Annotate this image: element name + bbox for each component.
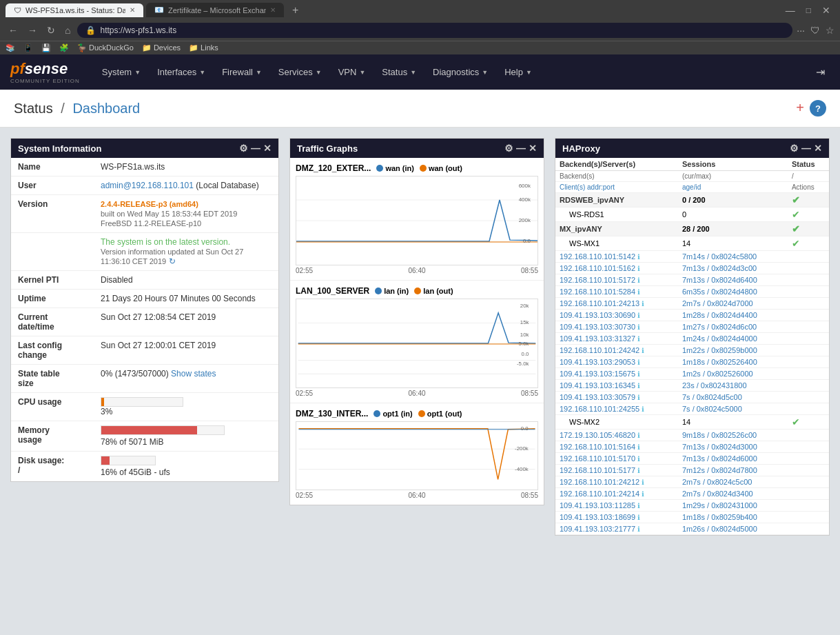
client-age-21: 1m29s / 0x802431000 xyxy=(678,500,788,512)
client-addr-7[interactable]: 109.41.193.103:30730 ℹ xyxy=(555,321,678,333)
new-tab-button[interactable]: + xyxy=(287,4,304,17)
table-row: Name WS-PFS1a.ws.its xyxy=(11,158,278,177)
help-button[interactable]: ? xyxy=(810,100,826,117)
sub-slash: / xyxy=(788,171,829,182)
forward-button[interactable]: → xyxy=(25,23,40,37)
client-addr-14[interactable]: 192.168.110.101:24255 ℹ xyxy=(555,403,678,415)
client-addr-5[interactable]: 192.168.110.101:24213 ℹ xyxy=(555,298,678,310)
client-addr-6[interactable]: 109.41.193.103:30690 ℹ xyxy=(555,310,678,321)
traffic-close-icon[interactable]: ✕ xyxy=(529,143,537,154)
client-addr-15[interactable]: 172.19.130.105:46820 ℹ xyxy=(555,430,678,441)
client-addr-9[interactable]: 192.168.110.101:24242 ℹ xyxy=(555,345,678,356)
client-addr-16[interactable]: 192.168.110.101:5164 ℹ xyxy=(555,441,678,453)
nav-interfaces[interactable]: Interfaces ▼ xyxy=(149,54,214,90)
info-icon-3[interactable]: ℹ xyxy=(637,276,640,284)
page-header: Status / Dashboard + ? xyxy=(0,90,840,128)
more-tools-icon[interactable]: ··· xyxy=(797,25,805,36)
client-addr-20[interactable]: 192.168.110.101:24214 ℹ xyxy=(555,488,678,500)
nav-firewall[interactable]: Firewall ▼ xyxy=(214,54,270,90)
traffic-settings-icon[interactable]: ⚙ xyxy=(504,143,513,154)
info-icon-5[interactable]: ℹ xyxy=(642,300,644,308)
client-addr-10[interactable]: 109.41.193.103:29053 ℹ xyxy=(555,356,678,368)
info-icon-13[interactable]: ℹ xyxy=(637,394,640,401)
info-icon-2[interactable]: ℹ xyxy=(637,265,640,272)
browser-tab-active[interactable]: 🛡 WS-PFS1a.ws.its - Status: Dash... ✕ xyxy=(6,3,143,17)
info-icon-19[interactable]: ℹ xyxy=(642,478,644,486)
client-actions-21 xyxy=(788,500,829,512)
info-icon-11[interactable]: ℹ xyxy=(637,370,640,378)
info-icon-21[interactable]: ℹ xyxy=(637,502,640,510)
user-link[interactable]: admin@192.168.110.101 xyxy=(101,181,194,190)
tab-close-btn[interactable]: ✕ xyxy=(130,6,135,14)
info-icon-22[interactable]: ℹ xyxy=(637,514,640,521)
add-widget-button[interactable]: + xyxy=(796,100,804,117)
traffic-minimize-icon[interactable]: — xyxy=(516,143,526,154)
client-addr-17[interactable]: 192.168.110.101:5170 ℹ xyxy=(555,453,678,465)
logout-icon[interactable]: ⇥ xyxy=(808,60,833,84)
client-age-9: 1m22s / 0x80259b000 xyxy=(678,345,788,356)
back-button[interactable]: ← xyxy=(6,23,21,37)
nav-services[interactable]: Services ▼ xyxy=(270,54,330,90)
nav-status[interactable]: Status ▼ xyxy=(373,54,424,90)
client-addr-12[interactable]: 109.41.193.103:16345 ℹ xyxy=(555,380,678,392)
widget-close-icon[interactable]: ✕ xyxy=(263,143,272,154)
browser-restore-button[interactable]: □ xyxy=(802,6,815,15)
info-icon-16[interactable]: ℹ xyxy=(637,443,640,451)
client-addr-8[interactable]: 109.41.193.103:31327 ℹ xyxy=(555,333,678,345)
info-icon-7[interactable]: ℹ xyxy=(637,323,640,331)
client-addr-23[interactable]: 109.41.193.103:21777 ℹ xyxy=(555,523,678,535)
info-icon-17[interactable]: ℹ xyxy=(637,455,640,463)
client-addr-2[interactable]: 192.168.110.101:5162 ℹ xyxy=(555,263,678,274)
client-addr-4[interactable]: 192.168.110.101:5284 ℹ xyxy=(555,286,678,298)
table-row: State tablesize 0% (1473/507000) Show st… xyxy=(11,365,278,393)
client-addr-18[interactable]: 192.168.110.101:5177 ℹ xyxy=(555,465,678,476)
info-icon-15[interactable]: ℹ xyxy=(637,432,640,439)
haproxy-minimize-icon[interactable]: — xyxy=(801,143,811,154)
bookmark-duckduckgo[interactable]: 🦆 DuckDuckGo xyxy=(77,43,134,52)
client-addr-22[interactable]: 109.41.193.103:18699 ℹ xyxy=(555,512,678,523)
info-icon-8[interactable]: ℹ xyxy=(637,335,640,343)
info-icon-23[interactable]: ℹ xyxy=(637,525,640,533)
address-bar[interactable]: 🔒 https://ws-pfs1.ws.its xyxy=(77,23,792,38)
client-addr-11[interactable]: 109.41.193.103:15675 ℹ xyxy=(555,368,678,380)
client-addr-19[interactable]: 192.168.110.101:24212 ℹ xyxy=(555,476,678,488)
browser-minimize-button[interactable]: — xyxy=(781,5,799,16)
client-addr-13[interactable]: 109.41.193.103:30579 ℹ xyxy=(555,392,678,403)
info-icon-4[interactable]: ℹ xyxy=(637,288,640,296)
info-icon-6[interactable]: ℹ xyxy=(637,312,640,319)
nav-diagnostics[interactable]: Diagnostics ▼ xyxy=(424,54,496,90)
info-icon-12[interactable]: ℹ xyxy=(637,382,640,390)
bookmark-devices[interactable]: 📁 Devices xyxy=(142,43,181,52)
info-icon-10[interactable]: ℹ xyxy=(637,359,640,366)
client-row: 109.41.193.103:11285 ℹ 1m29s / 0x8024310… xyxy=(555,500,829,512)
client-addr-3[interactable]: 192.168.110.101:5172 ℹ xyxy=(555,274,678,286)
shield-icon[interactable]: 🛡 xyxy=(810,25,820,36)
page-header-actions: + ? xyxy=(796,100,826,117)
client-addr-21[interactable]: 109.41.193.103:11285 ℹ xyxy=(555,500,678,512)
bookmark-links[interactable]: 📁 Links xyxy=(189,43,218,52)
home-button[interactable]: ⌂ xyxy=(62,23,73,37)
widget-minimize-icon[interactable]: — xyxy=(251,143,260,154)
info-icon-20[interactable]: ℹ xyxy=(642,490,644,498)
bookmark-icon[interactable]: ☆ xyxy=(826,25,834,36)
reload-button[interactable]: ↻ xyxy=(44,23,58,37)
refresh-version-icon[interactable]: ↻ xyxy=(169,256,176,266)
tab-close-btn-2[interactable]: ✕ xyxy=(270,6,276,14)
nav-system[interactable]: System ▼ xyxy=(94,54,149,90)
haproxy-close-icon[interactable]: ✕ xyxy=(814,143,822,154)
haproxy-settings-icon[interactable]: ⚙ xyxy=(790,143,799,154)
widget-settings-icon[interactable]: ⚙ xyxy=(239,143,248,154)
info-icon-18[interactable]: ℹ xyxy=(637,467,640,474)
browser-tab-inactive[interactable]: 📧 Zertifikate – Microsoft Exchang... ✕ xyxy=(146,3,284,17)
browser-close-button[interactable]: ✕ xyxy=(818,5,834,16)
browser-toolbar: ← → ↻ ⌂ 🔒 https://ws-pfs1.ws.its ··· 🛡 ☆ xyxy=(0,20,840,41)
client-row: 192.168.110.101:24214 ℹ 2m7s / 0x8024d34… xyxy=(555,488,829,500)
show-states-link[interactable]: Show states xyxy=(171,369,216,379)
info-icon-1[interactable]: ℹ xyxy=(637,253,640,261)
value-state-table: 0% (1473/507000) Show states xyxy=(94,365,278,393)
client-addr-1[interactable]: 192.168.110.101:5142 ℹ xyxy=(555,251,678,263)
info-icon-14[interactable]: ℹ xyxy=(642,405,644,413)
info-icon-9[interactable]: ℹ xyxy=(642,347,644,354)
nav-vpn[interactable]: VPN ▼ xyxy=(330,54,374,90)
nav-help[interactable]: Help ▼ xyxy=(496,54,540,90)
